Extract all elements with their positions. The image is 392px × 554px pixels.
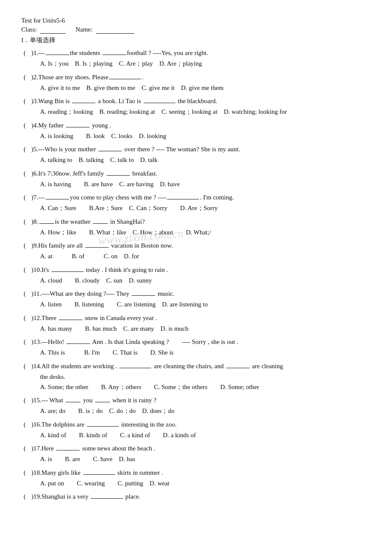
q3-paren: ( xyxy=(21,96,28,106)
q16-options: A. kind of B. kinds of C. a kind of D. a… xyxy=(21,430,371,441)
q7-options: A. Can；Sure B.Are；Sure C. Can；Sorry D. A… xyxy=(21,203,371,214)
q11-options: A. listen B. listening C. are listening … xyxy=(21,299,371,310)
q14-text: )14.All the students are working . are c… xyxy=(28,361,371,371)
question-2: ( )2.Those are my shoes. Please. A. give… xyxy=(21,72,371,94)
question-3: ( )3.Wang Bin is a book. Li Tao is the b… xyxy=(21,96,371,118)
q2-paren: ( xyxy=(21,72,28,82)
class-label: Class: xyxy=(21,26,37,33)
question-5: ( )5.---Who is your mother over there ? … xyxy=(21,144,371,166)
question-9: ( )9.His family are all vacation in Bost… xyxy=(21,240,371,262)
q15-paren: ( xyxy=(21,395,28,405)
q14-text-cont: the desks. xyxy=(21,372,371,382)
q18-paren: ( xyxy=(21,467,28,478)
q9-text: )9.His family are all vacation in Boston… xyxy=(28,240,371,251)
q18-text: )18.Many girls like skirts in summer . xyxy=(28,467,371,478)
question-18: ( )18.Many girls like skirts in summer .… xyxy=(21,467,371,489)
q1-options: A. Is；you B. Is；playing C. Are；play D. A… xyxy=(21,58,371,69)
q14-paren: ( xyxy=(21,361,28,371)
question-6: ( )6.It's 7:30now. Jeff's family breakfa… xyxy=(21,168,371,190)
q17-paren: ( xyxy=(21,443,28,453)
q16-paren: ( xyxy=(21,419,28,430)
q8-text: )8.is the weather in ShangHai? xyxy=(28,216,371,227)
name-underline xyxy=(96,26,134,34)
q19-paren: ( xyxy=(21,491,28,502)
q12-options: A. has many B. has much C. are many D. i… xyxy=(21,323,371,335)
question-17: ( )17.Here some news about the beach . A… xyxy=(21,443,371,465)
q2-text: )2.Those are my shoes. Please. xyxy=(28,72,371,82)
q10-options: A. cloud B. cloudy C. sun D. sunny xyxy=(21,275,371,286)
q5-options: A. talking to B. talking C. talk to D. t… xyxy=(21,155,371,166)
q1-text: )1.---the students football ? ----Yes, y… xyxy=(28,48,371,58)
q14-options: A. Some; the other B. Any；others C. Some… xyxy=(21,382,371,393)
q19-text: )19.Shanghai is a very place. xyxy=(28,491,371,502)
q3-options: A. reading；looking B. reading; looking a… xyxy=(21,107,371,118)
class-underline xyxy=(40,26,66,34)
q12-paren: ( xyxy=(21,313,28,323)
q4-paren: ( xyxy=(21,120,28,130)
class-name-row: Class: Name: xyxy=(21,26,371,34)
q5-paren: ( xyxy=(21,144,28,154)
q15-options: A. are; do B. is；do C. do；do D. does；do xyxy=(21,406,371,417)
q3-text: )3.Wang Bin is a book. Li Tao is the bla… xyxy=(28,96,371,106)
question-16: ( )16.The dolphins are interesting in th… xyxy=(21,419,371,441)
q4-options: A. is looking B. look C. looks D. lookin… xyxy=(21,131,371,142)
q17-text: )17.Here some news about the beach . xyxy=(28,443,371,453)
q9-options: A. at B. of C. on D. for xyxy=(21,251,371,262)
q2-options: A. give it to me B. give them to me C. g… xyxy=(21,83,371,94)
q10-paren: ( xyxy=(21,265,28,275)
q1-paren: ( xyxy=(21,48,28,58)
q6-paren: ( xyxy=(21,168,28,179)
q11-paren: ( xyxy=(21,289,28,299)
question-11: ( )11.----What are they doing ?---- They… xyxy=(21,289,371,310)
question-15: ( )15.--- What you when it is rainy ? A.… xyxy=(21,395,371,417)
q7-paren: ( xyxy=(21,192,28,202)
q11-text: )11.----What are they doing ?---- They m… xyxy=(28,289,371,299)
q4-text: )4.My father young . xyxy=(28,120,371,130)
question-13: ( )13.---Hello! Ann . Is that Linda spea… xyxy=(21,337,371,358)
question-10: ( )10.It's today . I think it's going to… xyxy=(21,265,371,286)
question-7: ( )7.---you come to play chess with me ?… xyxy=(21,192,371,214)
q13-text: )13.---Hello! Ann . Is that Linda speaki… xyxy=(28,337,371,347)
q9-paren: ( xyxy=(21,240,28,251)
section-i-header: I．单项选择 xyxy=(21,36,371,44)
q13-options: A. This is B. I'm C. That is D. She is xyxy=(21,347,371,358)
q12-text: )12.There snow in Canada every year . xyxy=(28,313,371,323)
q8-options: A. How；like B. What；like C. How；about D.… xyxy=(21,227,371,238)
question-4: ( )4.My father young . A. is looking B. … xyxy=(21,120,371,142)
q8-paren: ( xyxy=(21,216,28,227)
question-8: ( )8.is the weather in ShangHai? A. How；… xyxy=(21,216,371,238)
q5-text: )5.---Who is your mother over there ? --… xyxy=(28,144,371,154)
q16-text: )16.The dolphins are interesting in the … xyxy=(28,419,371,430)
question-19: ( )19.Shanghai is a very place. xyxy=(21,491,371,502)
question-1: ( )1.---the students football ? ----Yes,… xyxy=(21,48,371,69)
question-14: ( )14.All the students are working . are… xyxy=(21,361,371,393)
q18-options: A. put on C. wearing C. putting D. wear xyxy=(21,478,371,489)
q15-text: )15.--- What you when it is rainy ? xyxy=(28,395,371,405)
q10-text: )10.It's today . I think it's going to r… xyxy=(28,265,371,275)
q6-text: )6.It's 7:30now. Jeff's family breakfast… xyxy=(28,168,371,179)
page-title: Test for Units5-6 xyxy=(21,17,371,24)
name-label: Name: xyxy=(75,26,92,33)
q6-options: A. is having B. are have C. are having D… xyxy=(21,179,371,190)
question-12: ( )12.There snow in Canada every year . … xyxy=(21,313,371,335)
q17-options: A. is B. are C. have D. has xyxy=(21,454,371,465)
q7-text: )7.---you come to play chess with me ? -… xyxy=(28,192,371,202)
q13-paren: ( xyxy=(21,337,28,347)
